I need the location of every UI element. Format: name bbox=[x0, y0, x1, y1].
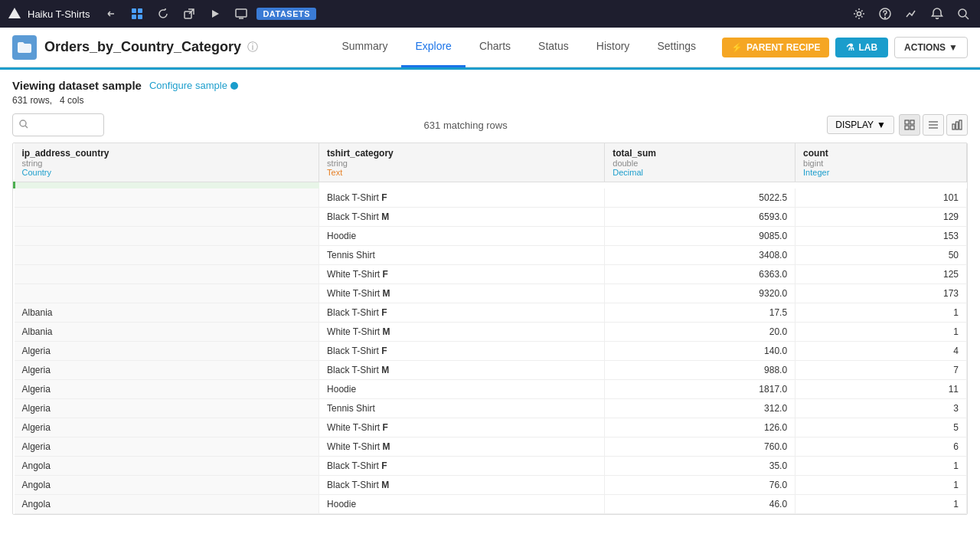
play-icon[interactable] bbox=[204, 3, 226, 25]
settings-icon[interactable] bbox=[848, 3, 870, 25]
cell-country: Algeria bbox=[15, 342, 319, 361]
lab-button[interactable]: ⚗ LAB bbox=[835, 38, 888, 57]
svg-point-14 bbox=[20, 120, 26, 126]
cell-total-sum: 17.5 bbox=[605, 303, 795, 323]
toolbar: 631 matching rows DISPLAY ▼ bbox=[12, 113, 968, 136]
search-topbar-icon[interactable] bbox=[952, 3, 974, 25]
data-table-container: ip_address_country string Country tshirt… bbox=[12, 143, 968, 515]
screen-icon[interactable] bbox=[230, 3, 252, 25]
cell-country: Algeria bbox=[15, 399, 319, 418]
table-row: Algeria Tennis Shirt 312.0 3 bbox=[15, 399, 967, 418]
list-view-button[interactable] bbox=[923, 114, 944, 136]
cell-total-sum: 6363.0 bbox=[605, 265, 795, 284]
viewing-title: Viewing dataset sample bbox=[12, 79, 142, 92]
cell-count: 1 bbox=[795, 323, 967, 342]
svg-rect-2 bbox=[138, 8, 142, 13]
svg-rect-19 bbox=[910, 126, 914, 129]
app-logo bbox=[6, 5, 23, 22]
cell-total-sum: 9085.0 bbox=[605, 227, 795, 246]
cell-category: Black T-Shirt M bbox=[319, 208, 605, 227]
grid-view-button[interactable] bbox=[899, 114, 920, 136]
cell-count: 6 bbox=[795, 437, 967, 457]
chevron-down-icon: ▼ bbox=[877, 120, 886, 130]
cell-category: Hoodie bbox=[319, 495, 605, 514]
col-header-tshirt-category[interactable]: tshirt_category string Text bbox=[319, 143, 605, 182]
actions-button[interactable]: ACTIONS ▼ bbox=[894, 37, 968, 58]
data-table: ip_address_country string Country tshirt… bbox=[13, 143, 967, 514]
table-row: Angola Hoodie 46.0 1 bbox=[15, 495, 967, 514]
cell-count: 1 bbox=[795, 457, 967, 476]
help-icon[interactable] bbox=[874, 3, 896, 25]
svg-marker-6 bbox=[212, 10, 219, 18]
display-controls: DISPLAY ▼ bbox=[827, 114, 968, 136]
cell-category: Black T-Shirt M bbox=[319, 361, 605, 380]
table-row: Algeria Black T-Shirt M 988.0 7 bbox=[15, 361, 967, 380]
cell-country: Albania bbox=[15, 303, 319, 323]
svg-rect-23 bbox=[952, 124, 955, 129]
external-link-icon[interactable] bbox=[178, 3, 200, 25]
nav-back-icon[interactable] bbox=[100, 3, 122, 25]
tab-status[interactable]: Status bbox=[524, 28, 583, 67]
tab-history[interactable]: History bbox=[583, 28, 644, 67]
cell-total-sum: 35.0 bbox=[605, 457, 795, 476]
table-row: Algeria Black T-Shirt F 140.0 4 bbox=[15, 342, 967, 361]
table-icon[interactable] bbox=[126, 3, 148, 25]
chart-view-button[interactable] bbox=[946, 114, 968, 136]
cell-country: Angola bbox=[15, 457, 319, 476]
table-row: Hoodie 9085.0 153 bbox=[15, 227, 967, 246]
col-header-total-sum[interactable]: total_sum double Decimal bbox=[605, 143, 795, 182]
svg-point-11 bbox=[885, 18, 886, 18]
search-box[interactable] bbox=[12, 113, 104, 136]
analytics-icon[interactable] bbox=[900, 3, 922, 25]
cell-total-sum: 9320.0 bbox=[605, 284, 795, 303]
svg-rect-4 bbox=[138, 15, 142, 19]
parent-recipe-button[interactable]: ⚡ PARENT RECIPE bbox=[722, 38, 829, 57]
cell-total-sum: 20.0 bbox=[605, 323, 795, 342]
col-header-count[interactable]: count bigint Integer bbox=[795, 143, 967, 182]
col-header-ip-address-country[interactable]: ip_address_country string Country bbox=[15, 143, 319, 182]
cell-country: Algeria bbox=[15, 361, 319, 380]
table-row: Angola Black T-Shirt M 76.0 1 bbox=[15, 476, 967, 495]
matching-rows: 631 matching rows bbox=[424, 120, 508, 131]
filter-cell-total[interactable] bbox=[605, 182, 795, 189]
search-input[interactable] bbox=[28, 120, 97, 130]
cell-category: Tennis Shirt bbox=[319, 399, 605, 418]
cell-count: 5 bbox=[795, 418, 967, 437]
cell-total-sum: 140.0 bbox=[605, 342, 795, 361]
content-area: Viewing dataset sample Configure sample … bbox=[0, 70, 980, 524]
notification-icon[interactable] bbox=[926, 3, 948, 25]
filter-cell-count[interactable] bbox=[795, 182, 967, 189]
cell-total-sum: 312.0 bbox=[605, 399, 795, 418]
tab-settings[interactable]: Settings bbox=[643, 28, 710, 67]
cell-country: Angola bbox=[15, 476, 319, 495]
svg-rect-1 bbox=[132, 8, 136, 13]
cell-count: 3 bbox=[795, 399, 967, 418]
cell-count: 4 bbox=[795, 342, 967, 361]
table-row: Albania White T-Shirt M 20.0 1 bbox=[15, 323, 967, 342]
cell-country: Albania bbox=[15, 323, 319, 342]
dataset-info-icon[interactable]: ⓘ bbox=[247, 41, 258, 54]
cell-category: White T-Shirt F bbox=[319, 265, 605, 284]
cell-count: 125 bbox=[795, 265, 967, 284]
bolt-icon: ⚡ bbox=[731, 42, 743, 53]
display-button[interactable]: DISPLAY ▼ bbox=[827, 116, 894, 134]
filter-cell-category[interactable] bbox=[319, 182, 605, 189]
tab-summary[interactable]: Summary bbox=[328, 28, 402, 67]
datasets-badge[interactable]: DATASETS bbox=[256, 8, 316, 20]
configure-sample-link[interactable]: Configure sample bbox=[149, 80, 238, 91]
cell-count: 101 bbox=[795, 188, 967, 208]
filter-cell-country[interactable] bbox=[15, 182, 319, 189]
cell-country: Algeria bbox=[15, 380, 319, 399]
cell-total-sum: 46.0 bbox=[605, 495, 795, 514]
tab-explore[interactable]: Explore bbox=[401, 28, 465, 67]
refresh-icon[interactable] bbox=[152, 3, 174, 25]
tab-charts[interactable]: Charts bbox=[466, 28, 524, 67]
dataset-name: Orders_by_Country_Category bbox=[44, 39, 241, 55]
nav-actions: ⚡ PARENT RECIPE ⚗ LAB ACTIONS ▼ bbox=[722, 37, 968, 58]
cell-total-sum: 126.0 bbox=[605, 418, 795, 437]
cell-country bbox=[15, 246, 319, 265]
dataset-nav: Summary Explore Charts Status History Se… bbox=[328, 28, 710, 67]
cell-total-sum: 988.0 bbox=[605, 361, 795, 380]
cell-total-sum: 6593.0 bbox=[605, 208, 795, 227]
cell-count: 129 bbox=[795, 208, 967, 227]
